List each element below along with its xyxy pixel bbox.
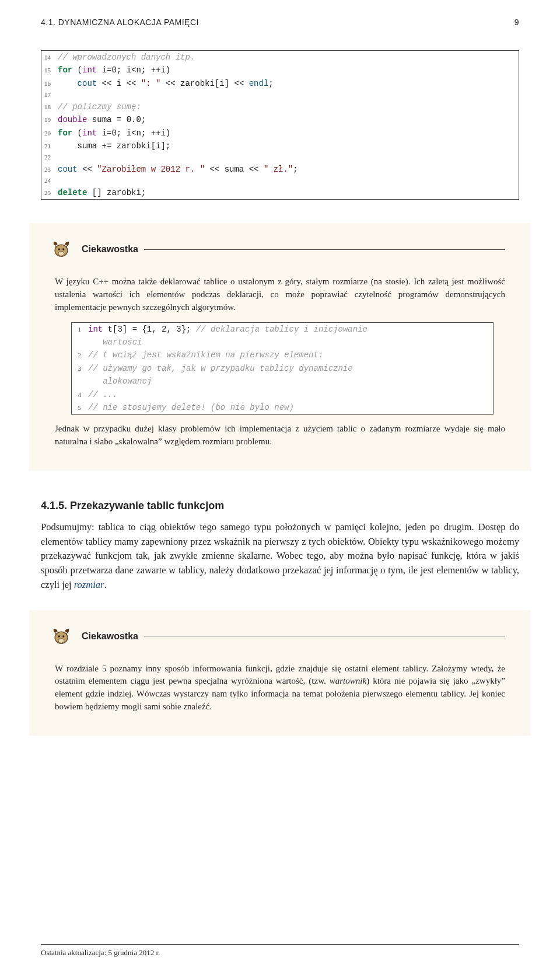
- code-line: 5// nie stosujemy delete! (bo nie było n…: [72, 401, 493, 414]
- line-number: 18: [41, 102, 54, 113]
- code-line: 20for (int i=0; i<n; ++i): [41, 127, 519, 140]
- code-line: wartości: [72, 336, 493, 349]
- code-text: // wprowadzonych danych itp.: [54, 51, 195, 64]
- code-line: 17: [41, 90, 519, 100]
- svg-point-6: [58, 635, 60, 637]
- line-number: 1: [72, 325, 85, 335]
- code-line: 24: [41, 176, 519, 186]
- divider: [144, 249, 505, 250]
- svg-point-7: [62, 635, 64, 637]
- line-number: 21: [41, 141, 54, 152]
- code-text: // nie stosujemy delete! (bo nie było ne…: [85, 401, 294, 414]
- line-number: 15: [41, 65, 54, 76]
- line-number: 22: [41, 152, 54, 163]
- code-line: 25delete [] zarobki;: [41, 186, 519, 199]
- code-text: suma += zarobki[i];: [54, 140, 170, 152]
- code-text: double suma = 0.0;: [54, 113, 146, 126]
- callout-paragraph: W rozdziale 5 poznamy inny sposób inform…: [55, 663, 505, 713]
- page-footer: Ostatnia aktualizacja: 5 grudnia 2012 r.: [41, 944, 519, 957]
- section-label: 4.1. DYNAMICZNA ALOKACJA PAMIĘCI: [41, 18, 199, 27]
- line-number: 4: [72, 390, 85, 401]
- callout-paragraph: Jednak w przypadku dużej klasy problemów…: [55, 423, 505, 448]
- code-text: delete [] zarobki;: [54, 186, 146, 199]
- code-text: alokowanej: [85, 375, 152, 388]
- code-line: 19double suma = 0.0;: [41, 113, 519, 126]
- svg-point-3: [62, 249, 64, 250]
- line-number: 25: [41, 188, 54, 199]
- section-heading: 4.1.5. Przekazywanie tablic funkcjom: [41, 500, 519, 512]
- gnu-icon: [49, 624, 74, 649]
- code-line: alokowanej: [72, 375, 493, 388]
- divider: [144, 636, 505, 636]
- code-text: for (int i=0; i<n; ++i): [54, 127, 170, 140]
- code-line: 2// t wciąż jest wskaźnikiem na pierwszy…: [72, 349, 493, 361]
- callout-ciekawostka-1: Ciekawostka W języku C++ można także dek…: [29, 223, 531, 470]
- callout-title: Ciekawostka: [82, 631, 138, 642]
- code-text: int t[3] = {1, 2, 3}; // deklaracja tabl…: [85, 323, 368, 336]
- line-number: 19: [41, 115, 54, 126]
- code-line: 18// policzmy sumę:: [41, 100, 519, 113]
- line-number: 14: [41, 53, 54, 63]
- code-line: 4// ...: [72, 388, 493, 401]
- gnu-icon: [49, 237, 74, 262]
- line-number: 24: [41, 176, 54, 186]
- line-number: 5: [72, 403, 85, 413]
- line-number: 2: [72, 350, 85, 361]
- code-line: 21 suma += zarobki[i];: [41, 140, 519, 152]
- line-number: 20: [41, 128, 54, 139]
- line-number: 17: [41, 90, 54, 100]
- footer-text: Ostatnia aktualizacja: 5 grudnia 2012 r.: [41, 948, 160, 957]
- code-line: 22: [41, 152, 519, 163]
- line-number: 23: [41, 165, 54, 175]
- page-header: 4.1. DYNAMICZNA ALOKACJA PAMIĘCI 9: [41, 18, 519, 27]
- svg-point-1: [58, 252, 64, 256]
- code-line: 3// używamy go tak, jak w przypadku tabl…: [72, 362, 493, 375]
- code-text: for (int i=0; i<n; ++i): [54, 64, 170, 76]
- code-line: 16 cout << i << ": " << zarobki[i] << en…: [41, 77, 519, 90]
- line-number: 16: [41, 79, 54, 89]
- callout-title: Ciekawostka: [82, 244, 138, 255]
- code-text: // ...: [85, 388, 117, 401]
- page-number: 9: [514, 18, 519, 27]
- svg-point-2: [58, 249, 60, 250]
- code-listing-2: 1int t[3] = {1, 2, 3}; // deklaracja tab…: [71, 322, 494, 415]
- callout-ciekawostka-2: Ciekawostka W rozdziale 5 poznamy inny s…: [29, 610, 531, 736]
- code-line: 1int t[3] = {1, 2, 3}; // deklaracja tab…: [72, 323, 493, 336]
- code-text: // t wciąż jest wskaźnikiem na pierwszy …: [85, 349, 323, 361]
- line-number: 3: [72, 364, 85, 374]
- code-listing-1: 14// wprowadzonych danych itp.15for (int…: [41, 50, 519, 200]
- callout-paragraph: W języku C++ można także deklarować tabl…: [55, 276, 505, 314]
- code-text: // używamy go tak, jak w przypadku tabli…: [85, 362, 353, 375]
- code-text: cout << "Zarobiłem w 2012 r. " << suma <…: [54, 163, 298, 176]
- code-text: cout << i << ": " << zarobki[i] << endl;: [54, 77, 274, 90]
- section-body: Podsumujmy: tablica to ciąg obiektów teg…: [41, 520, 519, 593]
- code-line: 14// wprowadzonych danych itp.: [41, 51, 519, 64]
- code-line: 15for (int i=0; i<n; ++i): [41, 64, 519, 76]
- code-line: 23cout << "Zarobiłem w 2012 r. " << suma…: [41, 163, 519, 176]
- code-text: // policzmy sumę:: [54, 100, 141, 113]
- code-text: wartości: [85, 336, 142, 349]
- svg-point-5: [58, 638, 64, 643]
